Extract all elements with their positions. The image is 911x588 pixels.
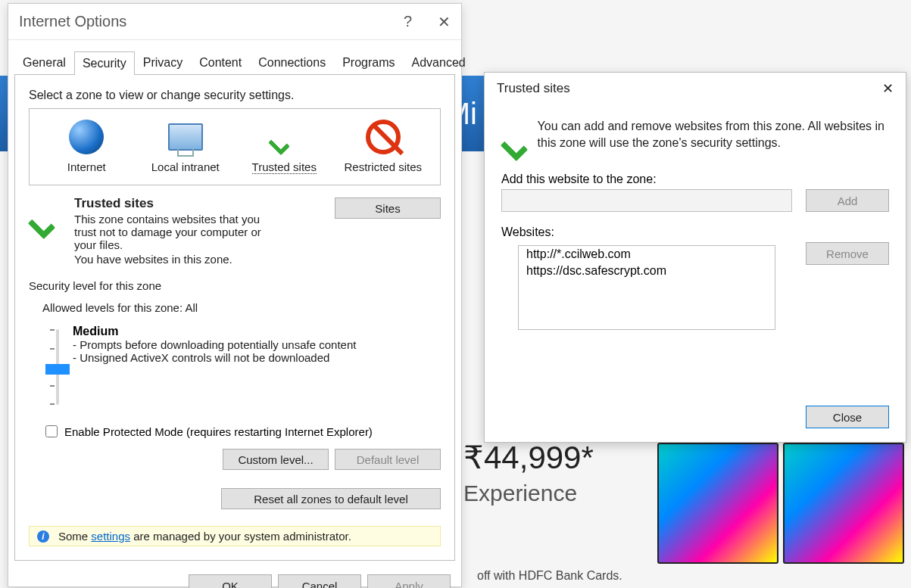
reset-zones-button[interactable]: Reset all zones to default level xyxy=(221,488,441,509)
admin-settings-link[interactable]: settings xyxy=(91,530,130,543)
admin-notice: i Some settings are managed by your syst… xyxy=(29,526,441,546)
trusted-heading: Trusted sites xyxy=(74,196,335,211)
background-tagline: Experience xyxy=(463,481,577,506)
sites-button[interactable]: Sites xyxy=(335,198,441,219)
trusted-check-icon xyxy=(501,118,524,156)
security-level-bullet-1: - Prompts before downloading potentially… xyxy=(73,338,441,351)
website-item[interactable]: http://*.ccilweb.com xyxy=(519,246,775,263)
protected-mode-checkbox[interactable] xyxy=(45,425,58,437)
trusted-sites-dialog: Trusted sites ✕ You can add and remove w… xyxy=(484,72,906,443)
zone-list: InternetLocal intranetTrusted sitesRestr… xyxy=(29,108,441,185)
default-level-button[interactable]: Default level xyxy=(335,449,441,470)
trusted-desc-2: You have websites in this zone. xyxy=(74,253,335,266)
zone-prompt: Select a zone to view or change security… xyxy=(29,89,441,102)
admin-suffix: are managed by your system administrator… xyxy=(130,530,351,543)
zone-restricted-sites[interactable]: Restricted sites xyxy=(342,117,425,174)
website-item[interactable]: https://dsc.safescrypt.com xyxy=(519,263,775,279)
monitor-icon xyxy=(168,123,203,151)
tab-security[interactable]: Security xyxy=(74,51,135,75)
add-website-label: Add this website to the zone: xyxy=(485,156,906,189)
close-button[interactable]: Close xyxy=(806,406,889,428)
allowed-levels: Allowed levels for this zone: All xyxy=(42,301,441,314)
tab-general[interactable]: General xyxy=(14,51,74,74)
remove-button[interactable]: Remove xyxy=(806,242,889,265)
trusted-intro-text: You can add and remove websites from thi… xyxy=(538,118,889,156)
background-price: ₹44,999* xyxy=(463,439,594,476)
admin-prefix: Some xyxy=(58,530,91,543)
trusted-check-icon xyxy=(29,196,67,234)
custom-level-button[interactable]: Custom level... xyxy=(223,449,329,470)
tab-advanced[interactable]: Advanced xyxy=(404,51,474,74)
trusted-title: Trusted sites xyxy=(497,81,570,96)
add-website-input[interactable] xyxy=(501,189,792,212)
security-level-slider[interactable] xyxy=(56,329,59,405)
trusted-titlebar: Trusted sites ✕ xyxy=(485,73,906,104)
security-level-bullet-2: - Unsigned ActiveX controls will not be … xyxy=(73,351,441,364)
background-thumbnails xyxy=(657,443,904,564)
ok-button[interactable]: OK xyxy=(189,574,272,588)
tab-connections[interactable]: Connections xyxy=(250,51,334,74)
zone-label: Local intranet xyxy=(144,160,227,173)
globe-icon xyxy=(69,120,104,154)
zone-local-intranet[interactable]: Local intranet xyxy=(144,117,227,174)
zone-internet[interactable]: Internet xyxy=(45,117,128,174)
options-tabs: GeneralSecurityPrivacyContentConnections… xyxy=(8,40,461,74)
trusted-desc-1: This zone contains websites that you tru… xyxy=(74,213,279,251)
zone-trusted-sites[interactable]: Trusted sites xyxy=(242,117,326,174)
security-level-group-label: Security level for this zone xyxy=(29,279,441,292)
background-footnote: off with HDFC Bank Cards. xyxy=(477,569,622,583)
websites-label: Websites: xyxy=(485,212,906,242)
restricted-icon xyxy=(366,120,401,154)
slider-thumb[interactable] xyxy=(45,364,70,375)
check-icon xyxy=(269,122,299,152)
internet-options-dialog: Internet Options ? ✕ GeneralSecurityPriv… xyxy=(8,3,462,587)
help-icon[interactable]: ? xyxy=(404,13,412,30)
zone-label: Restricted sites xyxy=(342,160,425,173)
options-titlebar: Internet Options ? ✕ xyxy=(8,4,461,40)
apply-button[interactable]: Apply xyxy=(367,574,451,588)
tab-privacy[interactable]: Privacy xyxy=(135,51,191,74)
security-level-name: Medium xyxy=(73,325,441,338)
zone-label: Trusted sites xyxy=(252,160,317,174)
close-icon[interactable]: ✕ xyxy=(882,80,894,97)
websites-listbox[interactable]: http://*.ccilweb.comhttps://dsc.safescry… xyxy=(518,245,775,330)
zone-label: Internet xyxy=(45,160,128,173)
close-icon[interactable]: ✕ xyxy=(438,13,451,31)
security-tab-panel: Select a zone to view or change security… xyxy=(14,74,455,561)
add-button[interactable]: Add xyxy=(806,189,889,212)
options-title: Internet Options xyxy=(19,13,126,30)
protected-mode-label: Enable Protected Mode (requires restarti… xyxy=(64,425,373,438)
cancel-button[interactable]: Cancel xyxy=(278,574,361,588)
info-icon: i xyxy=(37,530,49,543)
tab-programs[interactable]: Programs xyxy=(334,51,403,74)
tab-content[interactable]: Content xyxy=(191,51,250,74)
